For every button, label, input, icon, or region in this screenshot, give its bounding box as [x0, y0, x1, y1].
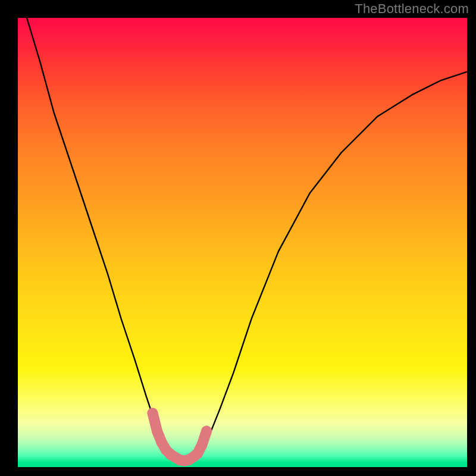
marker-group: [148, 408, 212, 466]
curve-layer: [18, 18, 467, 467]
curve-group: [27, 18, 467, 462]
bottleneck-curve: [27, 18, 467, 462]
highlight-marker: [152, 426, 162, 437]
chart-container: TheBottleneck.com: [0, 0, 476, 476]
highlight-marker: [148, 408, 158, 418]
watermark-text: TheBottleneck.com: [355, 1, 469, 17]
highlight-marker: [201, 426, 212, 437]
highlight-marker: [197, 439, 208, 450]
plot-area: [18, 18, 467, 467]
